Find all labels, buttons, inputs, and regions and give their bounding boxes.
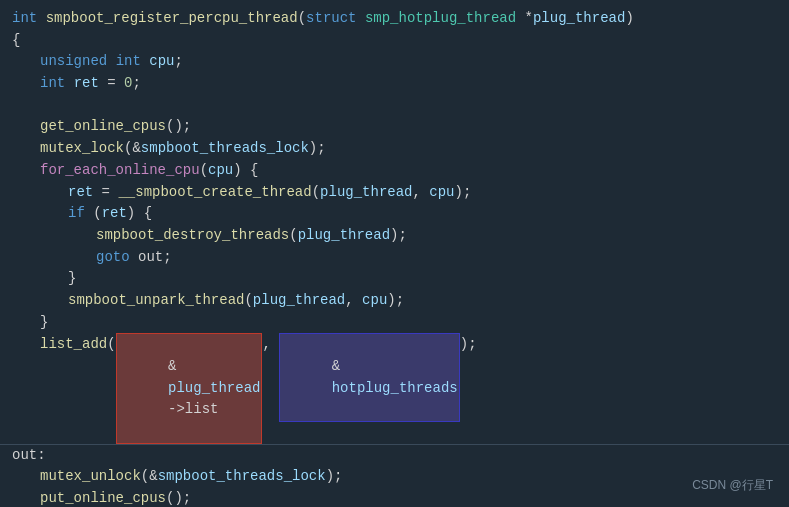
code-line-2: { — [0, 30, 789, 52]
code-line-14: } — [0, 312, 789, 334]
var-cpu3: cpu — [429, 182, 454, 204]
code-line-out: out: — [0, 445, 789, 467]
keyword-goto: goto — [96, 247, 130, 269]
keyword-int3: int — [40, 73, 65, 95]
code-line-7: for_each_online_cpu ( cpu ) { — [0, 160, 789, 182]
code-line-12: } — [0, 268, 789, 290]
code-line-15: list_add ( & plug_thread ->list , & hotp… — [0, 333, 789, 443]
keyword-unsigned: unsigned — [40, 51, 107, 73]
function-name: smpboot_register_percpu_thread — [46, 8, 298, 30]
param-plug3: plug_thread — [253, 290, 345, 312]
label-out: out — [138, 247, 163, 269]
code-line-1: int smpboot_register_percpu_thread ( str… — [0, 8, 789, 30]
highlight-arg1: & plug_thread ->list — [116, 333, 263, 443]
code-line-11: goto out ; — [0, 247, 789, 269]
code-line-13: smpboot_unpark_thread ( plug_thread , cp… — [0, 290, 789, 312]
code-line-10: smpboot_destroy_threads ( plug_thread ); — [0, 225, 789, 247]
fn-list-add: list_add — [40, 334, 107, 356]
fn-smpboot-destroy: smpboot_destroy_threads — [96, 225, 289, 247]
literal-0: 0 — [124, 73, 132, 95]
code-line-8: ret = __smpboot_create_thread ( plug_thr… — [0, 182, 789, 204]
fn-put-online: put_online_cpus — [40, 488, 166, 507]
code-line-17: put_online_cpus (); — [0, 488, 789, 507]
code-line-5: get_online_cpus (); — [0, 116, 789, 138]
var-plug-list: plug_thread — [168, 380, 260, 396]
var-ret3: ret — [102, 203, 127, 225]
keyword-int2: int — [116, 51, 141, 73]
type-smp: smp_hotplug_thread — [365, 8, 516, 30]
var-cpu2: cpu — [208, 160, 233, 182]
fn-mutex-lock: mutex_lock — [40, 138, 124, 160]
var-ret2: ret — [68, 182, 93, 204]
code-editor: int smpboot_register_percpu_thread ( str… — [0, 0, 789, 507]
code-line-9: if ( ret ) { — [0, 203, 789, 225]
var-smpboot-lock: smpboot_threads_lock — [141, 138, 309, 160]
keyword-struct: struct — [306, 8, 356, 30]
code-line-blank1 — [0, 95, 789, 117]
watermark: CSDN @行星T — [692, 476, 773, 495]
out-label: out: — [12, 445, 46, 467]
code-line-3: unsigned int cpu ; — [0, 51, 789, 73]
var-hotplug: hotplug_threads — [332, 380, 458, 396]
fn-get-online: get_online_cpus — [40, 116, 166, 138]
var-cpu: cpu — [149, 51, 174, 73]
param-plug: plug_thread — [320, 182, 412, 204]
param-plug2: plug_thread — [298, 225, 390, 247]
fn-smpboot-create: __smpboot_create_thread — [118, 182, 311, 204]
var-smpboot-lock2: smpboot_threads_lock — [158, 466, 326, 488]
macro-for-each: for_each_online_cpu — [40, 160, 200, 182]
code-line-16: mutex_unlock (& smpboot_threads_lock ); — [0, 466, 789, 488]
var-ret: ret — [74, 73, 99, 95]
keyword-if: if — [68, 203, 85, 225]
code-line-6: mutex_lock (& smpboot_threads_lock ); — [0, 138, 789, 160]
code-line-4: int ret = 0 ; — [0, 73, 789, 95]
keyword-int: int — [12, 8, 37, 30]
highlight-arg2: & hotplug_threads — [279, 333, 459, 422]
fn-mutex-unlock: mutex_unlock — [40, 466, 141, 488]
param-plug-thread: plug_thread — [533, 8, 625, 30]
var-cpu4: cpu — [362, 290, 387, 312]
fn-smpboot-unpark: smpboot_unpark_thread — [68, 290, 244, 312]
